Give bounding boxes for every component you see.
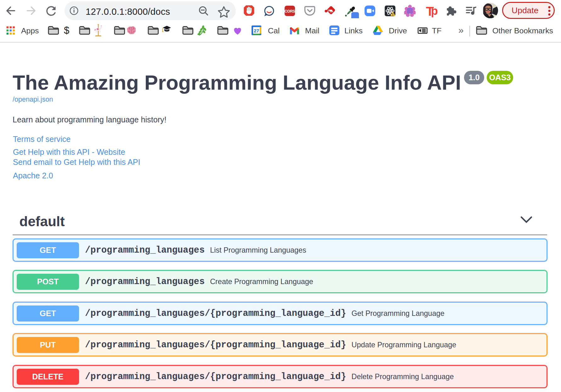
svg-text:27: 27 [254, 28, 259, 33]
svg-text:p: p [431, 4, 438, 17]
svg-text:CORS: CORS [285, 9, 295, 14]
svg-text:$: $ [64, 25, 69, 36]
